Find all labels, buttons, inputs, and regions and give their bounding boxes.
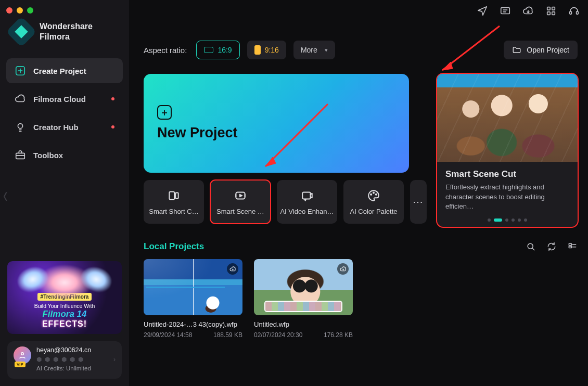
resource-icon: ⬢	[53, 356, 58, 363]
dot[interactable]	[524, 218, 527, 222]
resource-icon: ⬢	[61, 356, 67, 363]
svg-point-3	[21, 353, 24, 355]
tool-ai-color-palette[interactable]: AI Color Palette	[343, 180, 404, 224]
svg-rect-7	[547, 12, 551, 15]
promo-line2: Filmora 14	[42, 309, 86, 319]
aspect-ratio-9-16[interactable]: 9:16	[247, 41, 286, 59]
sidebar-item-label: Create Project	[33, 67, 86, 75]
view-grid-icon[interactable]	[567, 241, 578, 252]
project-card[interactable]: Untitled-2024-…3 43(copy).wfp 29/09/2024…	[144, 259, 242, 339]
local-projects-header: Local Projects	[144, 241, 578, 252]
top-toolbar	[477, 5, 580, 17]
svg-point-17	[373, 192, 374, 193]
resource-icons: ⬢ ⬢ ⬢ ⬢ ⬢ ⬢ ›	[36, 356, 116, 363]
tool-smart-short-clips[interactable]: Smart Short C…	[144, 180, 204, 224]
resource-icon: ⬢	[70, 356, 75, 363]
brand: Wondershare Filmora	[0, 19, 129, 55]
resource-icon: ⬢	[36, 356, 42, 363]
maximize-window-button[interactable]	[27, 7, 33, 14]
promo-banner[interactable]: #TrendinginFilmora Build Your Influence …	[7, 261, 122, 334]
project-filename: Untitled-2024-…3 43(copy).wfp	[144, 320, 242, 328]
aspect-ratio-more[interactable]: More ▾	[293, 41, 335, 59]
svg-rect-2	[16, 153, 25, 159]
support-headset-icon[interactable]	[568, 5, 580, 17]
tool-row: Smart Short C… Smart Scene … AI Video En…	[144, 180, 427, 224]
svg-rect-9	[570, 11, 572, 14]
project-size: 176.28 KB	[324, 331, 353, 339]
local-projects-title: Local Projects	[144, 241, 204, 252]
project-filename: Untitled.wfp	[254, 320, 353, 328]
tool-more[interactable]: ⋯	[410, 180, 427, 224]
feature-card[interactable]: Smart Scene Cut Effortlessly extract hig…	[437, 74, 578, 227]
local-projects-actions	[526, 241, 578, 252]
svg-rect-20	[569, 243, 571, 245]
more-dots-icon: ⋯	[413, 196, 424, 208]
avatar: VIP	[14, 346, 31, 364]
dot[interactable]	[505, 218, 508, 222]
promo-line1: Build Your Influence With	[34, 303, 95, 309]
close-window-button[interactable]	[6, 7, 12, 14]
svg-rect-5	[547, 7, 551, 10]
collapse-sidebar-icon[interactable]: ‹	[3, 183, 8, 209]
tool-smart-scene-cut[interactable]: Smart Scene …	[210, 180, 271, 224]
svg-rect-11	[169, 191, 174, 199]
cloud-upload-icon[interactable]	[227, 263, 238, 275]
project-date: 02/07/2024 20:30	[254, 331, 302, 339]
project-card[interactable]: Untitled.wfp 02/07/2024 20:30 176.28 KB	[254, 259, 353, 339]
svg-rect-10	[577, 11, 579, 14]
smart-short-icon	[167, 189, 181, 202]
svg-point-19	[528, 243, 533, 249]
folder-icon	[512, 45, 521, 55]
tool-label: Smart Short C…	[147, 208, 201, 215]
user-email: heyan@300624.cn	[36, 346, 116, 354]
svg-rect-6	[552, 7, 555, 10]
promo-line3: EFFECTS!	[42, 319, 87, 329]
project-thumbnail	[254, 259, 353, 315]
user-card[interactable]: VIP heyan@300624.cn ⬢ ⬢ ⬢ ⬢ ⬢ ⬢ › AI Cre…	[7, 341, 122, 379]
credits-label: AI Credits: Unlimited	[36, 365, 116, 371]
sidebar-item-label: Creator Hub	[33, 123, 79, 132]
brand-text: Wondershare Filmora	[40, 21, 93, 42]
svg-point-1	[18, 124, 22, 128]
aspect-ratio-row: Aspect ratio: 16:9 9:16 More ▾ Open Proj…	[144, 41, 578, 59]
feature-image	[437, 74, 578, 162]
plus-icon: ＋	[157, 105, 172, 120]
sidebar-item-toolbox[interactable]: Toolbox	[6, 143, 123, 168]
svg-point-18	[376, 194, 377, 195]
dot[interactable]	[518, 218, 521, 222]
sidebar-item-create-project[interactable]: Create Project	[6, 58, 123, 83]
chevron-right-icon: ›	[113, 356, 116, 363]
video-enhance-icon	[300, 189, 314, 202]
notification-dot-icon	[111, 97, 114, 100]
cloud-upload-icon[interactable]	[337, 263, 349, 275]
send-icon[interactable]	[477, 5, 488, 17]
tool-ai-video-enhancer[interactable]: AI Video Enhan…	[277, 180, 337, 224]
dot[interactable]	[488, 218, 491, 222]
dot-active[interactable]	[494, 218, 502, 222]
brand-line2: Filmora	[40, 32, 93, 42]
search-icon[interactable]	[526, 241, 536, 252]
palette-icon	[367, 189, 380, 202]
promo-artwork-icon	[36, 264, 93, 301]
refresh-icon[interactable]	[546, 241, 557, 252]
open-project-button[interactable]: Open Project	[504, 41, 578, 59]
minimize-window-button[interactable]	[17, 7, 23, 14]
vip-badge: VIP	[15, 362, 25, 367]
aspect-ratio-label: Aspect ratio:	[144, 46, 187, 55]
sidebar-item-creator-hub[interactable]: Creator Hub	[6, 114, 123, 139]
aspect-ratio-16-9[interactable]: 16:9	[196, 41, 239, 59]
sidebar-item-filmora-cloud[interactable]: Filmora Cloud	[6, 86, 123, 111]
dot[interactable]	[512, 218, 515, 222]
feature-description: Effortlessly extract highlights and char…	[445, 183, 569, 211]
new-project-panel[interactable]: ＋ New Project	[144, 74, 409, 173]
project-cards: Untitled-2024-…3 43(copy).wfp 29/09/2024…	[144, 259, 578, 339]
carousel-dots[interactable]	[437, 211, 578, 227]
plus-square-icon	[15, 65, 26, 76]
message-icon[interactable]	[500, 5, 511, 17]
smart-scene-icon	[234, 189, 247, 202]
feature-body: Smart Scene Cut Effortlessly extract hig…	[437, 162, 578, 211]
cloud-download-icon[interactable]	[522, 5, 534, 17]
apps-grid-icon[interactable]	[545, 5, 557, 17]
resource-icon: ⬢	[78, 356, 83, 363]
tool-label: AI Video Enhan…	[280, 208, 334, 215]
